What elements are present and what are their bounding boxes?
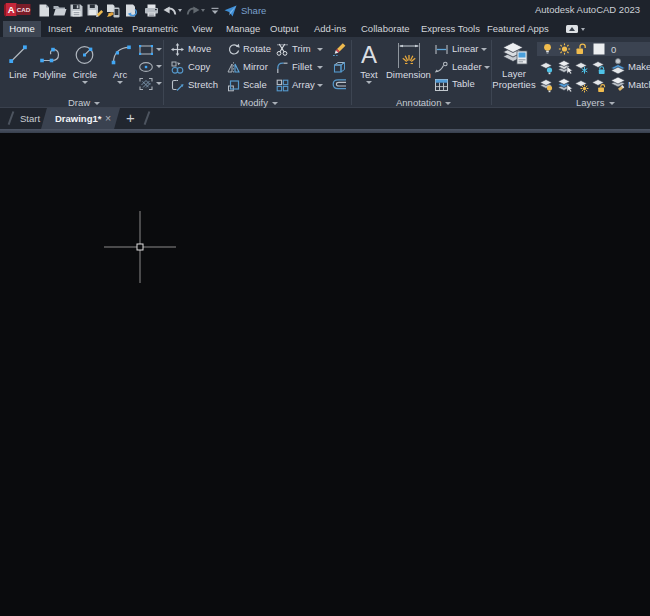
rotate-button[interactable] (227, 43, 240, 56)
layer-properties-button[interactable] (500, 40, 528, 66)
linear-flyout-arrow[interactable] (481, 48, 487, 51)
linear-button[interactable] (434, 43, 449, 56)
tab-home[interactable]: Home (3, 21, 41, 37)
copy-label[interactable]: Copy (188, 61, 210, 73)
leader-label[interactable]: Leader (452, 61, 482, 73)
customize-quick-access-button[interactable] (209, 3, 220, 18)
hatch-button[interactable] (138, 77, 154, 91)
tab-parametric[interactable]: Parametric (132, 21, 178, 37)
arc-button[interactable] (108, 42, 132, 66)
layer-on-all-button[interactable] (539, 77, 555, 93)
offset-button[interactable] (332, 78, 347, 91)
file-tab-start[interactable]: Start (20, 108, 40, 129)
arc-flyout-arrow[interactable] (117, 81, 123, 84)
array-label[interactable]: Array (292, 79, 315, 91)
undo-dropdown[interactable] (176, 3, 184, 18)
save-button[interactable] (69, 3, 84, 18)
layer-unisolate-button[interactable] (557, 77, 573, 93)
tab-view[interactable]: View (192, 21, 212, 37)
move-label[interactable]: Move (188, 43, 211, 55)
ribbon-display-dropdown[interactable] (581, 28, 585, 31)
explode-button[interactable] (332, 60, 347, 74)
match-layer-button[interactable] (610, 76, 626, 93)
move-button[interactable] (171, 43, 184, 56)
save-as-icon (87, 4, 103, 18)
rotate-label[interactable]: Rotate (243, 43, 271, 55)
save-as-button[interactable] (86, 3, 103, 18)
tab-insert[interactable]: Insert (48, 21, 72, 37)
annotation-panel-label[interactable]: Annotation (396, 97, 451, 108)
tab-manage[interactable]: Manage (226, 21, 260, 37)
trim-button[interactable] (276, 43, 289, 56)
ellipse-flyout-arrow[interactable] (156, 65, 162, 68)
plot-transfer-button[interactable] (124, 3, 139, 18)
save-to-web-mobile-button[interactable] (105, 3, 122, 18)
scale-button[interactable] (227, 79, 240, 92)
mirror-button[interactable] (227, 61, 240, 74)
layer-unlock-button[interactable] (591, 77, 607, 93)
text-button[interactable]: A (358, 42, 380, 66)
leader-button[interactable] (434, 61, 449, 74)
table-button[interactable] (434, 78, 449, 92)
open-button[interactable] (52, 3, 67, 18)
fillet-label[interactable]: Fillet (292, 61, 312, 73)
rectangle-button[interactable] (138, 43, 154, 57)
undo-button[interactable] (162, 3, 177, 18)
tab-add-ins[interactable]: Add-ins (314, 21, 346, 37)
redo-button[interactable] (185, 3, 200, 18)
copy-button[interactable] (171, 61, 184, 74)
text-flyout-arrow[interactable] (366, 81, 372, 84)
ellipse-button[interactable] (138, 60, 154, 74)
erase-button[interactable] (332, 42, 347, 57)
layer-isolate-button[interactable] (557, 59, 573, 75)
trim-flyout-arrow[interactable] (317, 48, 323, 51)
array-button[interactable] (276, 79, 289, 92)
drawing-canvas[interactable] (0, 133, 650, 616)
layer-off-button[interactable] (539, 59, 555, 75)
layer-lock-button[interactable] (591, 59, 607, 75)
leader-flyout-arrow[interactable] (484, 66, 490, 69)
file-tab-drawing1[interactable]: Drawing1* × (41, 108, 120, 129)
new-file-button[interactable] (36, 3, 51, 18)
linear-label[interactable]: Linear (452, 43, 478, 55)
autocad-logo[interactable]: A CAD (4, 3, 31, 17)
share-button[interactable]: Share (224, 3, 266, 18)
fillet-button[interactable] (276, 61, 289, 74)
mirror-label[interactable]: Mirror (243, 61, 268, 73)
scale-label[interactable]: Scale (243, 79, 267, 91)
tab-output[interactable]: Output (270, 21, 299, 37)
draw-panel-label[interactable]: Draw (68, 97, 100, 108)
hatch-flyout-arrow[interactable] (156, 82, 162, 85)
make-current-label[interactable]: Make (628, 61, 650, 73)
tab-annotate[interactable]: Annotate (85, 21, 123, 37)
lock-open-icon (575, 43, 588, 55)
panel-separator (491, 40, 492, 105)
modify-panel-label[interactable]: Modify (240, 97, 278, 108)
tab-express-tools[interactable]: Express Tools (421, 21, 480, 37)
layers-panel-label[interactable]: Layers (576, 97, 615, 108)
close-icon[interactable]: × (105, 108, 111, 129)
line-button[interactable] (6, 42, 30, 66)
circle-flyout-arrow[interactable] (82, 81, 88, 84)
match-layer-label[interactable]: Match (628, 79, 650, 91)
fillet-flyout-arrow[interactable] (317, 66, 323, 69)
trim-label[interactable]: Trim (292, 43, 311, 55)
redo-dropdown[interactable] (199, 3, 207, 18)
ribbon-display-button[interactable] (566, 25, 578, 33)
stretch-label[interactable]: Stretch (188, 79, 218, 91)
make-current-button[interactable] (610, 58, 626, 75)
circle-button[interactable] (73, 42, 97, 66)
layer-thaw-button[interactable] (574, 77, 590, 93)
plot-button[interactable] (143, 3, 160, 18)
dimension-button[interactable] (396, 42, 422, 69)
new-drawing-button[interactable]: + (126, 108, 135, 129)
table-label[interactable]: Table (452, 78, 475, 90)
tab-featured-apps[interactable]: Featured Apps (487, 21, 549, 37)
array-flyout-arrow[interactable] (317, 84, 323, 87)
tab-collaborate[interactable]: Collaborate (361, 21, 410, 37)
stretch-button[interactable] (171, 79, 184, 92)
layer-select[interactable]: 0 (537, 42, 650, 56)
polyline-button[interactable] (37, 42, 61, 66)
rectangle-flyout-arrow[interactable] (156, 48, 162, 51)
layer-freeze-button[interactable] (574, 59, 590, 75)
